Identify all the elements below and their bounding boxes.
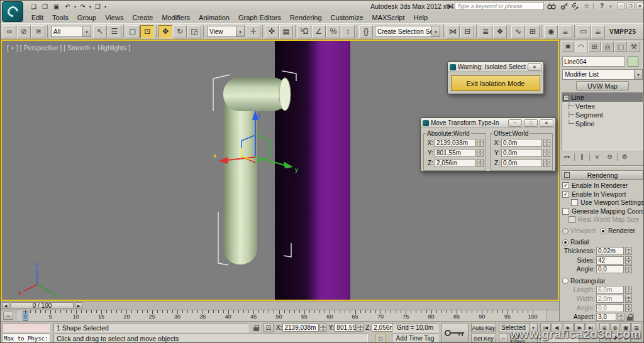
play-animation-button[interactable]: ▶ (563, 323, 574, 332)
radio-renderer[interactable]: Renderer (600, 227, 635, 234)
transform-field-offset-world-y[interactable]: 0,0m (501, 149, 542, 157)
mirror-button[interactable]: ⋈ (446, 25, 460, 38)
pin-stack-button[interactable]: ⊶ (562, 152, 572, 161)
stack-item-segment[interactable]: ├─Segment (562, 111, 643, 119)
named-selection-set-dropdown[interactable]: Create Selection Se▾ (375, 26, 440, 37)
spinner-down-icon[interactable]: ▼ (319, 328, 326, 332)
selection-lock-toggle[interactable] (251, 323, 261, 332)
zoom-button[interactable]: ⊕ (599, 323, 609, 332)
menu-maxscript[interactable]: MAXScript (368, 12, 409, 23)
keyboard-shortcut-override-button[interactable]: ▤ (279, 25, 293, 38)
render-setup-button[interactable]: ☕ (558, 25, 572, 38)
time-slider[interactable]: 0 / 100 (11, 302, 74, 309)
project-folder-button[interactable]: ❒ (92, 2, 103, 11)
chevron-down-icon[interactable]: ▾ (431, 26, 440, 36)
coord-field-x[interactable]: 2139,038m (282, 324, 319, 332)
object-name-field[interactable]: Line004 (562, 57, 625, 67)
chevron-down-icon[interactable]: ▾ (634, 70, 642, 79)
exit-isolation-mode-button[interactable]: Exit Isolation Mode (451, 75, 540, 91)
next-frame-arrow[interactable]: ▶ (75, 302, 82, 309)
favorites-star-icon[interactable]: ☆ (582, 2, 592, 10)
spinner[interactable]: ▲▼ (319, 324, 326, 332)
field-width[interactable]: 2,0m (596, 295, 624, 303)
radio-rectangular[interactable]: Rectangular (562, 278, 606, 285)
transform-type-in-toggle[interactable]: ⊡ (375, 334, 386, 343)
pipe-object[interactable] (223, 77, 291, 264)
spinner-down-icon[interactable]: ▼ (477, 163, 484, 167)
save-file-button[interactable]: ▣ (51, 2, 62, 11)
close-icon[interactable]: ✕ (528, 63, 541, 71)
spinner-down-icon[interactable]: ▼ (625, 251, 632, 255)
zoom-all-button[interactable]: ⊛ (610, 323, 620, 332)
unlink-selection-button[interactable]: ⊘ (17, 25, 31, 38)
key-filter-mode-dropdown[interactable]: Selected ▾ (499, 323, 538, 332)
tab-modify[interactable]: ◠ (575, 41, 587, 52)
key-filters-button[interactable]: Key Filters... (510, 334, 538, 343)
rendering-rollout-header[interactable]: − Rendering (562, 170, 643, 180)
spinner-down-icon[interactable]: ▼ (477, 143, 484, 147)
spinner[interactable]: ▲▼ (625, 265, 632, 273)
show-end-result-button[interactable]: ∥ (577, 152, 587, 161)
field-length[interactable]: 6,0m (596, 286, 624, 294)
search-input[interactable] (455, 2, 544, 10)
menu-tools[interactable]: Tools (48, 12, 73, 23)
coord-field-y[interactable]: 801,55m (335, 324, 356, 332)
configure-modifier-sets-button[interactable]: ⚙ (619, 152, 630, 161)
menu-graph-editors[interactable]: Graph Editors (234, 12, 286, 23)
uvw-map-modifier[interactable]: UVW Map (576, 81, 629, 90)
menu-rendering[interactable]: Rendering (286, 12, 326, 23)
align-button[interactable]: ⊟ (460, 25, 474, 38)
undo-button[interactable]: ↶ (62, 2, 73, 11)
previous-frame-button[interactable]: ◀| (552, 323, 562, 332)
orbit-button[interactable]: ↻ (621, 333, 631, 342)
object-color-swatch[interactable] (628, 57, 638, 67)
spinner[interactable]: ▲▼ (625, 247, 632, 255)
checkbox-real-world-map-size[interactable] (569, 216, 575, 223)
go-to-start-button[interactable]: |◀ (540, 323, 551, 332)
percent-snap-toggle-button[interactable]: % (326, 25, 340, 38)
redo-dropdown-icon[interactable]: ▾ (89, 4, 91, 9)
spinner[interactable]: ▲▼ (543, 149, 550, 157)
tab-utilities[interactable]: ⚒ (628, 41, 640, 52)
spinner-down-icon[interactable]: ▼ (625, 308, 632, 312)
minimize-icon[interactable]: ─ (508, 119, 522, 127)
restore-button[interactable]: ❐ (626, 3, 635, 9)
schematic-view-button[interactable]: ⊞ (526, 25, 540, 38)
menu-group[interactable]: Group (73, 12, 101, 23)
pan-view-button[interactable]: ✥ (610, 333, 620, 342)
spinner-down-icon[interactable]: ▼ (625, 299, 632, 303)
angle-snap-toggle-button[interactable]: ∠ (312, 25, 326, 38)
curve-editor-button[interactable]: ∿ (511, 25, 525, 38)
radio-radial[interactable]: Radial (562, 239, 589, 246)
undo-dropdown-icon[interactable]: ▾ (74, 4, 76, 9)
next-frame-button[interactable]: |▶ (574, 323, 585, 332)
scene-explorer-button[interactable]: ❖ (493, 25, 507, 38)
current-frame-field[interactable] (540, 334, 578, 343)
transform-field-absolute-world-z[interactable]: 2,056m (435, 159, 475, 167)
default-in-out-tangents-button[interactable]: ∼ (499, 334, 508, 343)
spinner[interactable]: ▲▼ (625, 256, 632, 264)
tab-display[interactable]: ▢ (614, 41, 627, 52)
field-angle[interactable]: 0,0 (596, 265, 624, 273)
menu-create[interactable]: Create (128, 12, 157, 23)
maximize-viewport-toggle-button[interactable]: ❒ (631, 333, 641, 342)
viewport-label[interactable]: [ + ] [ Perspective ] [ Smooth + Highlig… (7, 44, 130, 52)
render-production-button[interactable]: ☕ (591, 25, 605, 38)
chevron-down-icon[interactable]: ▾ (236, 26, 244, 36)
spinner-down-icon[interactable]: ▼ (543, 143, 550, 147)
chevron-down-icon[interactable]: ▾ (82, 26, 91, 36)
rectangular-selection-region-button[interactable]: ▢ (126, 25, 140, 38)
selection-filter-dropdown[interactable]: All▾ (51, 26, 91, 37)
spinner[interactable]: ▲▼ (357, 324, 364, 332)
select-and-move-button[interactable]: ✥ (158, 25, 172, 38)
stack-item-vertex[interactable]: ├─Vertex (562, 102, 643, 111)
select-and-link-button[interactable]: ∞ (3, 25, 16, 38)
stack-item-line[interactable]: − Line (562, 93, 643, 102)
spinner[interactable]: ▲▼ (477, 139, 484, 147)
collapse-icon[interactable]: − (564, 95, 569, 101)
timeline-ruler[interactable]: 0510152025303540455055606570758085909510… (16, 310, 547, 322)
tab-hierarchy[interactable]: ⊞ (588, 41, 601, 52)
rendered-frame-window-button[interactable]: ▭ (577, 25, 591, 38)
add-time-tag[interactable]: Add Time Tag (392, 334, 438, 343)
communication-center-icon[interactable] (570, 2, 580, 10)
